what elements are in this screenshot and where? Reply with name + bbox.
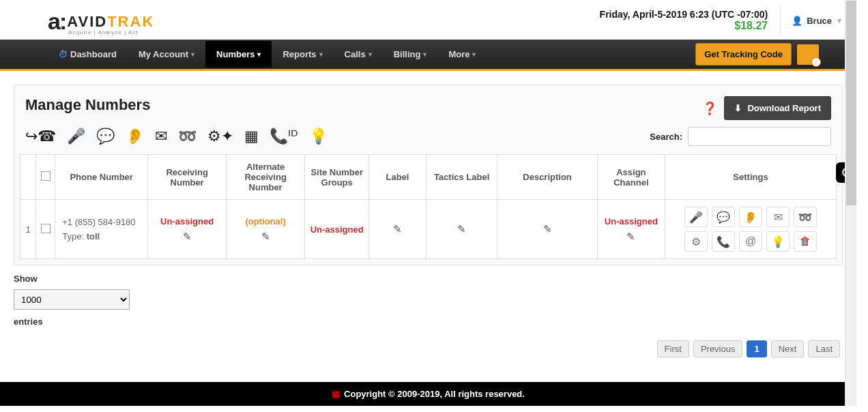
user-menu[interactable]: 👤 Bruce ▼	[780, 7, 843, 34]
cell-site-groups[interactable]: Un-assigned	[305, 200, 369, 259]
logo-trak: TRAK	[107, 13, 154, 30]
get-tracking-code-button[interactable]: Get Tracking Code	[695, 43, 792, 65]
header-balance: $18.27	[600, 20, 768, 32]
header: a: AVIDTRAK Acquire | Analyze | Act Frid…	[0, 0, 856, 40]
chevron-down-icon: ▾	[368, 50, 372, 58]
nav-numbers[interactable]: Numbers ▾	[205, 41, 272, 68]
search-label: Search:	[650, 132, 682, 142]
th-description[interactable]: Description	[497, 155, 597, 200]
nav-calls[interactable]: Calls ▾	[334, 41, 383, 68]
download-report-button[interactable]: ⬇ Download Report	[724, 96, 831, 120]
chevron-down-icon: ▾	[191, 50, 194, 58]
logo-avid: AVID	[67, 13, 107, 30]
setting-chat[interactable]: 💬	[712, 207, 735, 227]
help-icon[interactable]: ❓	[702, 101, 717, 116]
logo[interactable]: a: AVIDTRAK Acquire | Analyze | Act	[48, 5, 154, 35]
th-alternate[interactable]: Alternate Receiving Number	[227, 155, 305, 200]
row-checkbox[interactable]	[41, 224, 50, 233]
setting-at[interactable]: @	[739, 231, 762, 252]
th-label[interactable]: Label	[369, 155, 426, 200]
pagination: First Previous 1 Next Last	[14, 340, 843, 364]
nav-label: Calls	[345, 49, 366, 59]
page-first[interactable]: First	[657, 340, 689, 357]
page-next[interactable]: Next	[771, 340, 805, 357]
ear-icon[interactable]: 👂	[126, 128, 144, 145]
search-input[interactable]	[688, 127, 831, 146]
setting-ear[interactable]: 👂	[739, 207, 762, 227]
edit-icon[interactable]: ✎	[543, 223, 552, 235]
assign-channel-value: Un-assigned	[605, 216, 658, 226]
nav-dashboard[interactable]: ⏱ Dashboard	[48, 41, 128, 68]
cell-tactics[interactable]: ✎	[426, 200, 497, 259]
chevron-down-icon: ▼	[836, 17, 843, 25]
caller-id-icon[interactable]: 📞ᴵᴰ	[270, 128, 298, 145]
setting-delete[interactable]: 🗑	[794, 231, 817, 252]
cell-alternate[interactable]: (optional) ✎	[227, 200, 305, 259]
setting-envelope[interactable]: ✉	[766, 207, 790, 227]
type-value: toll	[87, 231, 100, 241]
footer: ▦Copyright © 2009-2019, All rights reser…	[0, 382, 856, 406]
select-all-checkbox[interactable]	[41, 171, 50, 181]
nav-label: Numbers	[216, 49, 255, 59]
edit-icon[interactable]: ✎	[152, 231, 222, 243]
setting-bulb[interactable]: 💡	[766, 231, 790, 252]
scrollbar[interactable]	[845, 0, 856, 406]
setting-microphone[interactable]: 🎤	[684, 207, 708, 227]
nav-billing[interactable]: Billing ▾	[383, 41, 438, 68]
nav-label: Billing	[394, 49, 421, 59]
header-datetime: Friday, April-5-2019 6:23 (UTC -07:00)	[600, 9, 768, 20]
logo-mark: a:	[48, 8, 66, 35]
cell-assign-channel[interactable]: Un-assigned ✎	[597, 200, 665, 259]
home-icon: ⌂	[811, 57, 821, 67]
bulb-icon[interactable]: 💡	[309, 128, 328, 145]
main-nav: ⏱ Dashboard My Account ▾ Numbers ▾ Repor…	[0, 40, 856, 71]
voicemail-icon[interactable]: ➿	[178, 128, 197, 145]
th-assign-channel[interactable]: Assign Channel	[597, 155, 665, 200]
nav-more[interactable]: More ▾	[437, 41, 487, 68]
call-forward-icon[interactable]: ↪☎	[25, 128, 56, 145]
th-site-groups[interactable]: Site Number Groups	[305, 155, 369, 200]
th-select	[36, 155, 55, 200]
cell-settings: 🎤 💬 👂 ✉ ➿ ⚙ 📞 @ 💡 🗑	[665, 200, 837, 259]
edit-icon[interactable]: ✎	[393, 223, 402, 235]
nav-label: More	[448, 49, 469, 59]
user-name: Bruce	[807, 16, 832, 26]
show-select[interactable]: 1000	[14, 289, 130, 310]
th-settings[interactable]: Settings	[665, 155, 837, 200]
edit-icon[interactable]: ✎	[231, 231, 300, 243]
logo-subtitle: Acquire | Analyze | Act	[68, 29, 154, 35]
page-last[interactable]: Last	[808, 340, 840, 357]
edit-icon[interactable]: ✎	[457, 223, 466, 235]
table-row: 1 +1 (855) 584-9180 Type: toll Un-assign…	[20, 200, 837, 259]
nav-my-account[interactable]: My Account ▾	[128, 41, 205, 68]
type-label: Type:	[62, 231, 84, 241]
setting-caller-id[interactable]: 📞	[712, 231, 735, 252]
cell-receiving[interactable]: Un-assigned ✎	[148, 200, 227, 259]
th-tactics[interactable]: Tactics Label	[426, 155, 497, 200]
cell-label[interactable]: ✎	[369, 200, 426, 259]
th-phone[interactable]: Phone Number	[55, 155, 148, 200]
numbers-table: Phone Number Receiving Number Alternate …	[20, 154, 837, 259]
home-button[interactable]: ⌂	[797, 44, 819, 65]
nav-label: Dashboard	[70, 49, 117, 59]
footer-text: Copyright © 2009-2019, All rights reserv…	[344, 389, 525, 399]
manage-numbers-panel: Manage Numbers ❓ ⬇ Download Report ↪☎ 🎤 …	[14, 85, 843, 265]
page-prev[interactable]: Previous	[693, 340, 743, 357]
setting-gears[interactable]: ⚙	[684, 231, 708, 252]
th-index	[20, 155, 36, 200]
nav-reports[interactable]: Reports ▾	[272, 41, 333, 68]
scrollbar-thumb[interactable]	[846, 1, 856, 205]
page-title: Manage Numbers	[25, 96, 150, 114]
chat-icon[interactable]: 💬	[96, 128, 115, 145]
gears-icon[interactable]: ⚙✦	[207, 128, 233, 145]
envelope-icon[interactable]: ✉	[155, 128, 167, 145]
page-1[interactable]: 1	[747, 340, 766, 357]
setting-voicemail[interactable]: ➿	[794, 207, 817, 227]
cell-description[interactable]: ✎	[497, 200, 597, 259]
grid-icon[interactable]: ▦	[244, 128, 259, 145]
th-receiving[interactable]: Receiving Number	[148, 155, 227, 200]
edit-icon[interactable]: ✎	[602, 231, 661, 243]
show-label: Show	[14, 274, 843, 284]
microphone-icon[interactable]: 🎤	[67, 128, 85, 145]
site-groups-value: Un-assigned	[310, 224, 364, 235]
